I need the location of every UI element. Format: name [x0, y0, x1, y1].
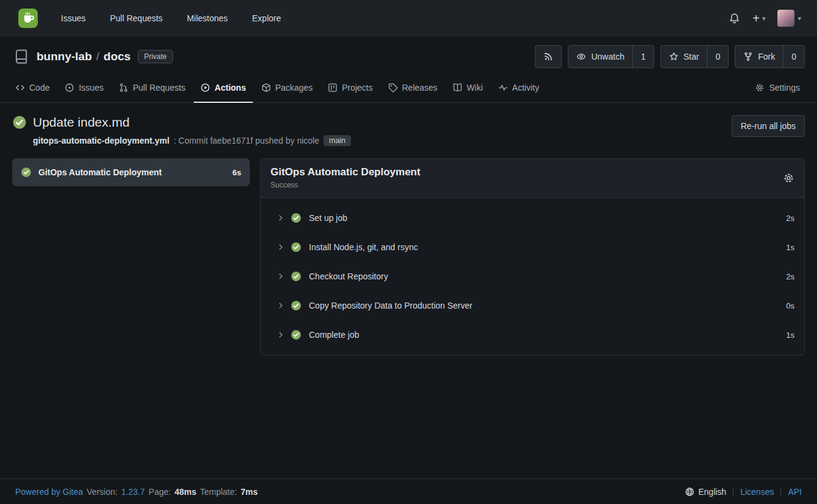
nav-right: + ▾ ▾: [729, 10, 801, 27]
repo-name-link[interactable]: docs: [104, 50, 130, 63]
job-duration: 6s: [233, 168, 241, 177]
step-name: Set up job: [309, 213, 347, 223]
chevron-right-icon: [277, 331, 285, 339]
nav-milestones[interactable]: Milestones: [187, 13, 228, 23]
watchers-count[interactable]: 1: [632, 46, 654, 68]
gitea-logo[interactable]: [18, 9, 38, 28]
step-row[interactable]: Install Node.js, git, and rsync 1s: [261, 233, 804, 262]
rss-button[interactable]: [535, 45, 562, 68]
stars-count[interactable]: 0: [707, 46, 728, 68]
top-navbar: Issues Pull Requests Milestones Explore …: [0, 0, 817, 37]
fork-icon: [743, 52, 753, 61]
gear-icon: [783, 172, 794, 184]
api-link[interactable]: API: [788, 487, 802, 497]
project-board-icon: [328, 83, 338, 93]
tab-wiki[interactable]: Wiki: [446, 73, 489, 103]
tab-label: Pull Requests: [133, 83, 185, 93]
chevron-right-icon: [277, 301, 285, 310]
repo-title-row: bunny-lab / docs Private Unwatch 1 Star: [0, 37, 817, 73]
step-row[interactable]: Copy Repository Data to Production Serve…: [261, 291, 804, 320]
repo-icon: [13, 49, 29, 65]
step-name: Copy Repository Data to Production Serve…: [309, 301, 472, 310]
tab-code[interactable]: Code: [9, 73, 56, 103]
workflow-file-name[interactable]: gitops-automatic-deployment.yml: [33, 136, 169, 145]
footer-divider: [780, 488, 781, 496]
nav-issues[interactable]: Issues: [61, 13, 85, 23]
tab-issues[interactable]: Issues: [58, 73, 110, 103]
licenses-link[interactable]: Licenses: [740, 487, 774, 497]
issue-icon: [65, 83, 74, 93]
create-new-button[interactable]: + ▾: [752, 12, 765, 24]
footer-right: English Licenses API: [685, 487, 802, 497]
nav-explore[interactable]: Explore: [252, 13, 281, 23]
user-menu-button[interactable]: ▾: [777, 10, 801, 27]
nav-links: Issues Pull Requests Milestones Explore: [61, 13, 281, 23]
tab-projects[interactable]: Projects: [321, 73, 380, 103]
step-row[interactable]: Set up job 2s: [261, 203, 804, 233]
repo-tabs: Code Issues Pull Requests Actions Packag…: [0, 73, 817, 102]
fork-button-group: Fork 0: [735, 45, 805, 68]
tabs-spacer: [548, 73, 749, 102]
watch-button-group: Unwatch 1: [568, 45, 654, 68]
version-link[interactable]: 1.23.7: [121, 487, 145, 497]
forks-count[interactable]: 0: [783, 46, 804, 68]
language-selector[interactable]: English: [685, 487, 726, 497]
star-icon: [669, 52, 679, 61]
tab-packages[interactable]: Packages: [255, 73, 319, 103]
run-body: GitOps Automatic Deployment 6s GitOps Au…: [12, 158, 805, 355]
step-row[interactable]: Checkout Repository 2s: [261, 262, 804, 291]
unwatch-label: Unwatch: [591, 52, 624, 61]
step-success-check-icon: [291, 271, 302, 282]
tab-actions[interactable]: Actions: [194, 73, 252, 103]
globe-icon: [685, 487, 695, 497]
rerun-all-jobs-button[interactable]: Re-run all jobs: [732, 115, 805, 137]
tab-activity[interactable]: Activity: [492, 73, 546, 103]
bell-icon: [729, 13, 740, 24]
private-badge: Private: [138, 50, 172, 63]
gitea-cup-icon: [21, 12, 35, 25]
footer-divider: [733, 488, 734, 496]
version-label: Version:: [87, 487, 118, 497]
step-duration: 1s: [786, 331, 794, 340]
tab-label: Issues: [79, 83, 103, 93]
caret-down-icon: ▾: [798, 15, 801, 23]
actions-run-page: Update index.md gitops-automatic-deploym…: [0, 103, 817, 478]
pull-request-icon: [119, 83, 129, 93]
branch-badge[interactable]: main: [324, 135, 351, 146]
tab-pull-requests[interactable]: Pull Requests: [112, 73, 192, 103]
step-row[interactable]: Complete job 1s: [261, 320, 804, 349]
repo-path-separator: /: [96, 50, 99, 63]
notifications-button[interactable]: [729, 13, 740, 24]
tab-label: Releases: [402, 83, 437, 93]
step-duration: 0s: [786, 301, 794, 310]
language-label: English: [698, 487, 726, 497]
tag-icon: [388, 83, 398, 93]
repo-owner-link[interactable]: bunny-lab: [37, 50, 92, 63]
tab-label: Projects: [342, 83, 373, 93]
step-success-check-icon: [291, 242, 302, 253]
nav-pull-requests[interactable]: Pull Requests: [110, 13, 162, 23]
chevron-right-icon: [277, 214, 285, 222]
step-duration: 2s: [786, 272, 794, 281]
job-success-check-icon: [21, 167, 32, 178]
step-name: Complete job: [309, 330, 359, 340]
unwatch-button[interactable]: Unwatch: [568, 46, 632, 68]
step-duration: 2s: [786, 214, 794, 223]
tab-label: Code: [29, 83, 49, 93]
fork-button[interactable]: Fork: [735, 46, 783, 68]
jobs-sidebar: GitOps Automatic Deployment 6s: [12, 158, 250, 186]
step-name: Install Node.js, git, and rsync: [309, 242, 418, 252]
job-options-button[interactable]: [783, 172, 794, 184]
template-time: 7ms: [241, 487, 258, 497]
book-icon: [453, 83, 462, 93]
chevron-right-icon: [277, 272, 285, 281]
tab-releases[interactable]: Releases: [381, 73, 444, 103]
tab-label: Actions: [214, 83, 246, 93]
tab-settings[interactable]: Settings: [748, 73, 807, 103]
star-button[interactable]: Star: [661, 46, 707, 68]
step-name: Checkout Repository: [309, 271, 388, 281]
fork-label: Fork: [758, 52, 775, 61]
caret-down-icon: ▾: [762, 15, 766, 23]
powered-by-gitea-link[interactable]: Powered by Gitea: [15, 487, 83, 497]
job-list-item[interactable]: GitOps Automatic Deployment 6s: [12, 158, 250, 186]
